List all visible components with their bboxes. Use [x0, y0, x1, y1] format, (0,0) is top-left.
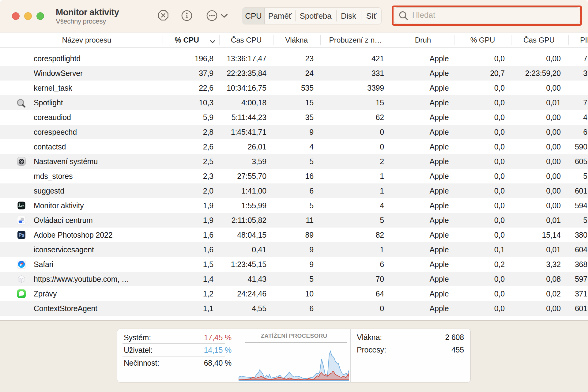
svg-text:Ps: Ps: [19, 232, 24, 238]
